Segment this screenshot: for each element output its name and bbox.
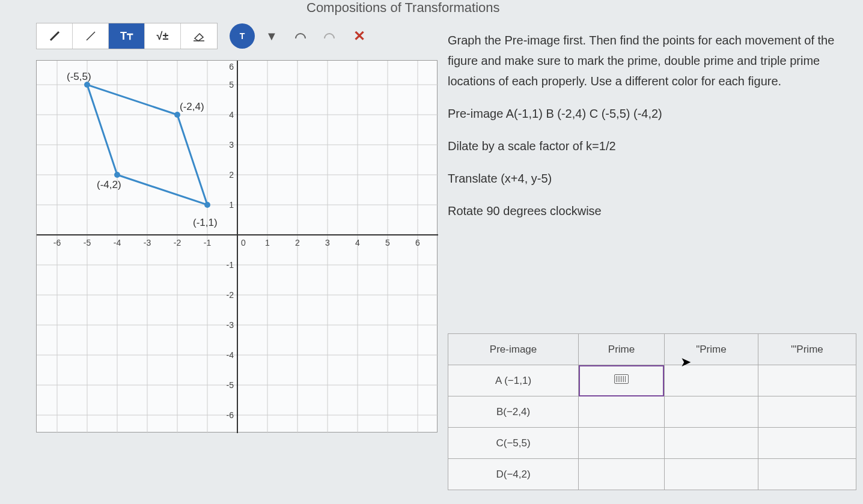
- svg-text:-2: -2: [227, 290, 234, 300]
- answer-table: Pre-image Prime "Prime '"Prime A (−1,1) …: [448, 333, 856, 490]
- coordinate-graph[interactable]: -6 -5 -4 -3 -2 -1 0 1 2 3 4 5 6 -6-5 -4-…: [36, 60, 438, 433]
- label-b: (-2,4): [180, 101, 204, 112]
- label-a: (-1,1): [193, 217, 218, 228]
- label-c: (-5,5): [67, 71, 91, 82]
- eraser-button[interactable]: [181, 23, 217, 49]
- svg-text:1: 1: [265, 238, 270, 247]
- cell-c-ppp[interactable]: [758, 428, 856, 459]
- point-c[interactable]: [84, 82, 90, 88]
- svg-line-0: [50, 32, 59, 40]
- table-row: A (−1,1): [448, 365, 856, 396]
- drawing-toolbar: Tᴛ √± T ▼ ✕: [36, 23, 365, 49]
- color-picker-button[interactable]: T: [230, 23, 255, 49]
- svg-text:1: 1: [229, 200, 234, 210]
- cell-a-pp[interactable]: [664, 365, 758, 396]
- svg-text:-1: -1: [204, 238, 212, 247]
- pen-thin-button[interactable]: [73, 23, 109, 49]
- cell-b-ppp[interactable]: [758, 396, 856, 428]
- undo-button[interactable]: [288, 23, 313, 49]
- instruction-rotate: Rotate 90 degrees clockwise: [448, 201, 856, 221]
- point-b[interactable]: [174, 112, 180, 118]
- cell-a-prime[interactable]: [579, 365, 665, 396]
- col-triple-prime: '"Prime: [758, 334, 856, 365]
- instruction-preimage: Pre-image A(-1,1) B (-2,4) C (-5,5) (-4,…: [448, 103, 856, 124]
- svg-text:6: 6: [229, 62, 234, 71]
- cell-d-pp[interactable]: [664, 459, 758, 490]
- table-row: D(−4,2): [448, 459, 856, 490]
- math-tool-button[interactable]: √±: [145, 23, 181, 49]
- cell-d-prime[interactable]: [579, 459, 665, 490]
- instruction-dilate: Dilate by a scale factor of k=1/2: [448, 136, 856, 156]
- eraser-icon: [192, 30, 206, 42]
- svg-text:3: 3: [229, 140, 234, 150]
- instructions-panel: Graph the Pre-image first. Then find the…: [448, 30, 856, 233]
- svg-text:-5: -5: [227, 380, 234, 390]
- svg-text:-5: -5: [84, 238, 91, 247]
- svg-text:0: 0: [241, 238, 246, 247]
- cell-c-pre: C(−5,5): [448, 428, 579, 459]
- svg-text:4: 4: [229, 110, 234, 120]
- pen-icon: [49, 30, 61, 42]
- keyboard-icon: [614, 374, 629, 384]
- instruction-translate: Translate (x+4, y-5): [448, 168, 856, 189]
- svg-text:-4: -4: [114, 238, 121, 247]
- redo-icon: [322, 30, 337, 42]
- cell-c-prime[interactable]: [579, 428, 665, 459]
- text-tool-button[interactable]: Tᴛ: [109, 23, 145, 49]
- svg-text:-1: -1: [227, 260, 234, 270]
- pen-thick-button[interactable]: [37, 23, 73, 49]
- cell-a-pre: A (−1,1): [448, 365, 579, 396]
- close-button[interactable]: ✕: [353, 28, 365, 44]
- table-header-row: Pre-image Prime "Prime '"Prime: [448, 334, 856, 365]
- cell-b-prime[interactable]: [579, 396, 665, 428]
- col-prime: Prime: [579, 334, 665, 365]
- svg-text:2: 2: [229, 170, 234, 180]
- point-a[interactable]: [204, 202, 210, 208]
- svg-text:-3: -3: [144, 238, 151, 247]
- point-d[interactable]: [114, 172, 120, 178]
- svg-text:4: 4: [355, 238, 360, 247]
- table-row: B(−2,4): [448, 396, 856, 428]
- redo-button[interactable]: [317, 23, 341, 49]
- svg-text:-3: -3: [227, 320, 234, 330]
- answer-table-wrap: Pre-image Prime "Prime '"Prime A (−1,1) …: [448, 333, 856, 490]
- cell-c-pp[interactable]: [664, 428, 758, 459]
- svg-text:5: 5: [385, 238, 390, 247]
- page-title: Compositions of Transformations: [306, 0, 500, 16]
- svg-text:-2: -2: [174, 238, 181, 247]
- cell-b-pp[interactable]: [664, 396, 758, 428]
- svg-text:-6: -6: [53, 238, 61, 247]
- svg-text:5: 5: [229, 80, 234, 90]
- graph-svg: -6 -5 -4 -3 -2 -1 0 1 2 3 4 5 6 -6-5 -4-…: [37, 61, 438, 433]
- cell-d-pre: D(−4,2): [448, 459, 579, 490]
- cell-a-ppp[interactable]: [758, 365, 856, 396]
- svg-line-1: [87, 32, 95, 40]
- col-double-prime: "Prime: [664, 334, 758, 365]
- dropdown-button[interactable]: ▼: [260, 23, 284, 49]
- tool-group: Tᴛ √±: [36, 23, 218, 49]
- cell-b-pre: B(−2,4): [448, 396, 579, 428]
- table-row: C(−5,5): [448, 428, 856, 459]
- pen-thin-icon: [85, 30, 97, 42]
- col-preimage: Pre-image: [448, 334, 579, 365]
- instruction-intro: Graph the Pre-image first. Then find the…: [448, 30, 856, 91]
- svg-text:-4: -4: [227, 350, 234, 360]
- undo-icon: [293, 30, 308, 42]
- svg-text:2: 2: [295, 238, 300, 247]
- svg-text:-6: -6: [227, 410, 234, 420]
- cell-d-ppp[interactable]: [758, 459, 856, 490]
- label-d: (-4,2): [97, 179, 121, 190]
- svg-text:3: 3: [325, 238, 330, 247]
- svg-text:6: 6: [415, 238, 420, 247]
